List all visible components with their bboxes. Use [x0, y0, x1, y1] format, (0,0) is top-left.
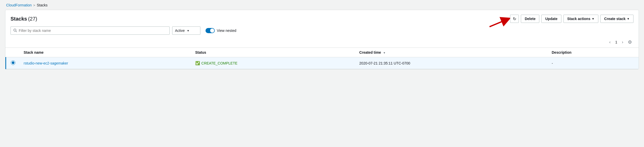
panel-title-text: Stacks	[11, 16, 27, 22]
prev-page-button[interactable]: ‹	[608, 39, 612, 45]
col-status: Status	[191, 48, 355, 57]
status-badge: ✅ CREATE_COMPLETE	[195, 61, 351, 66]
toggle-knob	[210, 29, 214, 33]
col-created-time[interactable]: Created time ▼	[355, 48, 548, 57]
next-page-button[interactable]: ›	[620, 39, 625, 45]
row-radio[interactable]	[11, 60, 15, 65]
col-select	[6, 48, 20, 57]
update-label: Update	[545, 17, 557, 21]
stack-actions-caret-icon: ▼	[592, 17, 594, 20]
status-complete-icon: ✅	[195, 61, 200, 66]
delete-button[interactable]: Delete	[521, 15, 539, 23]
breadcrumb: CloudFormation > Stacks	[0, 0, 644, 10]
stack-actions-label: Stack actions	[567, 17, 590, 21]
current-page: 1	[614, 40, 619, 45]
breadcrumb-current: Stacks	[37, 3, 47, 7]
cloudformation-link[interactable]: CloudFormation	[6, 3, 32, 7]
view-nested-toggle-container: View nested	[206, 28, 236, 33]
description-cell: -	[548, 57, 639, 69]
created-time-cell: 2020-07-21 21:35:11 UTC-0700	[355, 57, 548, 69]
stack-name-link[interactable]: rstudio-new-ec2-sagemaker	[24, 61, 68, 65]
update-button[interactable]: Update	[541, 15, 561, 23]
stacks-table-wrapper: Stack name Status Created time ▼ Descrip…	[5, 48, 639, 69]
active-filter-dropdown[interactable]: Active ▼	[172, 26, 200, 35]
status-cell: ✅ CREATE_COMPLETE	[191, 57, 355, 69]
create-stack-button[interactable]: Create stack ▼	[600, 15, 633, 23]
panel-title: Stacks (27)	[11, 16, 37, 22]
svg-line-3	[16, 31, 17, 32]
breadcrumb-separator: >	[33, 3, 35, 7]
create-stack-label: Create stack	[604, 17, 626, 21]
view-nested-label: View nested	[217, 29, 236, 33]
create-stack-caret-icon: ▼	[627, 17, 630, 20]
created-time-sort-icon: ▼	[383, 51, 386, 54]
refresh-button[interactable]: ↻	[510, 15, 519, 23]
search-box	[11, 26, 170, 35]
view-nested-toggle[interactable]	[206, 28, 215, 33]
table-settings-button[interactable]: ⚙	[626, 39, 633, 45]
stacks-table: Stack name Status Created time ▼ Descrip…	[5, 48, 639, 69]
svg-line-1	[490, 20, 506, 27]
col-description: Description	[548, 48, 639, 57]
filter-row: Active ▼ View nested	[11, 26, 633, 35]
search-input[interactable]	[19, 29, 167, 33]
refresh-icon: ↻	[513, 16, 516, 21]
panel-title-count: (27)	[28, 16, 37, 22]
table-row[interactable]: rstudio-new-ec2-sagemaker ✅ CREATE_COMPL…	[6, 57, 639, 69]
panel-header: Stacks (27) ↻ Delete Update	[11, 15, 633, 23]
stack-actions-button[interactable]: Stack actions ▼	[563, 15, 598, 23]
search-icon	[13, 29, 17, 33]
pagination-row: ‹ 1 › ⚙	[11, 38, 633, 48]
col-stack-name: Stack name	[19, 48, 191, 57]
table-header-row: Stack name Status Created time ▼ Descrip…	[6, 48, 639, 57]
active-filter-label: Active	[175, 29, 185, 33]
active-filter-arrow-icon: ▼	[187, 29, 189, 32]
row-select-cell	[6, 57, 20, 69]
stack-name-cell: rstudio-new-ec2-sagemaker	[19, 57, 191, 69]
delete-label: Delete	[525, 17, 535, 21]
status-text: CREATE_COMPLETE	[201, 61, 238, 65]
header-actions: ↻ Delete Update Stack actions ▼ Create s…	[510, 15, 633, 23]
stacks-panel: Stacks (27) ↻ Delete Update	[5, 10, 639, 69]
